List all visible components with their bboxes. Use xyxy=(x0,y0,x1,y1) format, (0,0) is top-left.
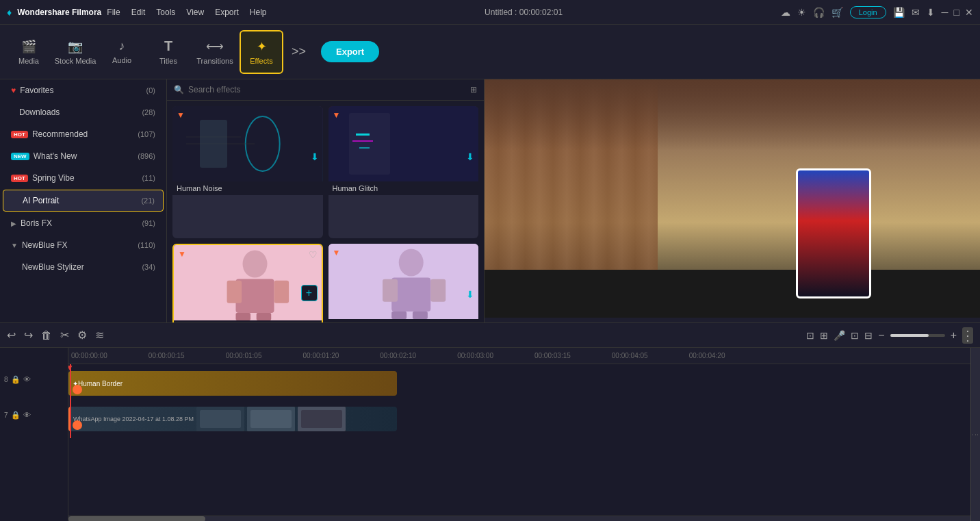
ruler-mark-6: 00:00:03:15 xyxy=(534,352,571,359)
toolbar-audio[interactable]: ♪ Audio xyxy=(100,30,144,74)
track-7-label: 7 🔒 👁 xyxy=(0,400,68,430)
delete-button[interactable]: 🗑 xyxy=(41,329,52,342)
category-favorites[interactable]: ♥ Favorites (0) xyxy=(3,80,164,101)
arrow-icon: ▼ xyxy=(177,110,185,120)
menu-export[interactable]: Export xyxy=(215,8,239,17)
video-frames: WhatsApp Image 2022-04-17 at 1.08.28 PM xyxy=(70,407,397,431)
timeline-resize-handle[interactable]: ⋮ xyxy=(970,348,980,521)
track-7-lock-icon[interactable]: 🔒 xyxy=(11,411,21,420)
download-icon[interactable]: ⬇ xyxy=(311,151,319,162)
close-button[interactable]: ✕ xyxy=(965,7,973,18)
redo-button[interactable]: ↪ xyxy=(24,329,33,342)
arrow-icon: ▼ xyxy=(333,110,341,120)
scrollbar-thumb[interactable] xyxy=(68,516,205,521)
resize-icon: ⋮ xyxy=(972,431,979,438)
category-boris-fx-count: (91) xyxy=(142,219,155,227)
ripple-icon[interactable]: ⊡ xyxy=(806,330,814,341)
svg-rect-16 xyxy=(257,313,272,320)
category-ai-portrait[interactable]: AI Portrait (21) xyxy=(3,190,164,212)
split-icon[interactable]: ⊟ xyxy=(864,330,873,341)
waveform-button[interactable]: ≋ xyxy=(95,329,104,342)
zoom-in-button[interactable]: + xyxy=(951,329,957,342)
snap-icon[interactable]: ⊞ xyxy=(820,330,828,341)
timeline-toolbar: ↩ ↪ 🗑 ✂ ⚙ ≋ ⊡ ⊞ 🎤 ⊡ ⊟ − + ⋮ xyxy=(0,323,980,348)
add-effect-button[interactable]: + xyxy=(301,285,318,301)
more-tools-button[interactable]: >> xyxy=(286,45,311,59)
export-button[interactable]: Export xyxy=(321,41,379,62)
download-icon[interactable]: ⬇ xyxy=(466,151,474,162)
human-border-svg xyxy=(174,245,322,320)
video-clip[interactable]: WhatsApp Image 2022-04-17 at 1.08.28 PM xyxy=(68,407,397,431)
category-downloads[interactable]: Downloads (28) xyxy=(3,102,164,123)
cloud-icon[interactable]: ☁ xyxy=(781,7,790,18)
ruler-mark-5: 00:00:03:00 xyxy=(457,352,493,359)
cut-button[interactable]: ✂ xyxy=(60,329,69,342)
category-favorites-count: (0) xyxy=(146,86,155,94)
effect-human-noise[interactable]: ▼ ⬇ Human Noise xyxy=(172,106,323,238)
download-icon[interactable]: ⬇ xyxy=(466,289,474,300)
toolbar-titles[interactable]: T Titles xyxy=(146,30,190,74)
zoom-slider[interactable] xyxy=(890,334,945,337)
svg-rect-9 xyxy=(359,147,370,149)
category-newblue-stylizer-count: (34) xyxy=(142,263,155,271)
ruler-mark-4: 00:00:02:10 xyxy=(380,352,416,359)
svg-point-11 xyxy=(243,251,268,278)
video-frame-3 xyxy=(298,407,346,431)
minimize-button[interactable]: ─ xyxy=(942,7,949,18)
category-newblue-stylizer[interactable]: NewBlue Stylizer (34) xyxy=(3,257,164,277)
category-whats-new-label: What's New xyxy=(34,151,77,161)
download-icon[interactable]: ⬇ xyxy=(927,7,935,18)
category-downloads-label: Downloads xyxy=(19,107,60,117)
search-input[interactable] xyxy=(188,85,466,94)
category-recommended[interactable]: HOT Recommended (107) xyxy=(3,124,164,144)
menu-file[interactable]: File xyxy=(107,8,120,17)
adjust-button[interactable]: ⚙ xyxy=(77,329,87,342)
svg-rect-13 xyxy=(227,281,242,303)
heart-icon[interactable]: ♡ xyxy=(309,249,318,260)
cart-icon[interactable]: 🛒 xyxy=(831,7,843,18)
category-boris-fx[interactable]: ▶ Boris FX (91) xyxy=(3,213,164,233)
ruler-mark-0: 00:00:00:00 xyxy=(71,352,107,359)
track-8-eye-icon[interactable]: 👁 xyxy=(23,375,31,383)
menu-tools[interactable]: Tools xyxy=(156,8,175,17)
category-favorites-label: Favorites xyxy=(20,86,53,95)
curtain-top xyxy=(485,79,980,151)
menu-help[interactable]: Help xyxy=(250,8,267,17)
headset-icon[interactable]: 🎧 xyxy=(813,7,825,18)
category-spring-vibe-count: (11) xyxy=(142,174,155,182)
mail-icon[interactable]: ✉ xyxy=(912,7,920,18)
effect-human-glitch[interactable]: ▼ ⬇ Human Glitch xyxy=(328,106,479,238)
menu-view[interactable]: View xyxy=(186,8,204,17)
stock-label: Stock Media xyxy=(55,57,96,65)
track-8-content: ✦ Human Border xyxy=(68,370,970,397)
category-whats-new[interactable]: NEW What's New (896) xyxy=(3,146,164,166)
media-icon: 🎬 xyxy=(21,39,36,54)
search-icon: 🔍 xyxy=(174,85,184,94)
sun-icon[interactable]: ☀ xyxy=(797,7,806,18)
login-button[interactable]: Login xyxy=(850,6,886,18)
effect-clip[interactable]: ✦ Human Border xyxy=(68,371,397,396)
track-7-eye-icon[interactable]: 👁 xyxy=(23,411,31,419)
track-8-lock-icon[interactable]: 🔒 xyxy=(11,375,21,384)
menu-bar: File Edit Tools View Export Help xyxy=(107,8,266,17)
zoom-out-button[interactable]: − xyxy=(878,329,884,342)
category-newblue-fx[interactable]: ▼ NewBlue FX (110) xyxy=(3,235,164,255)
undo-button[interactable]: ↩ xyxy=(7,329,16,342)
horizontal-scrollbar[interactable] xyxy=(68,516,970,521)
menu-edit[interactable]: Edit xyxy=(131,8,146,17)
toolbar-transitions[interactable]: ⟷ Transitions xyxy=(193,30,237,74)
mic-icon[interactable]: 🎤 xyxy=(834,330,845,341)
toolbar-effects[interactable]: ✦ Effects xyxy=(240,30,283,74)
grid-view-icon[interactable]: ⊞ xyxy=(470,85,477,94)
playhead[interactable] xyxy=(70,364,71,438)
category-spring-vibe[interactable]: HOT Spring Vibe (11) xyxy=(3,168,164,188)
arrow-icon: ▼ xyxy=(178,249,186,259)
new-badge: NEW xyxy=(11,153,29,160)
handle-icon[interactable]: ⋮ xyxy=(962,327,973,344)
track-options-icon[interactable]: ⊡ xyxy=(851,330,859,341)
toolbar-stock-media[interactable]: 📷 Stock Media xyxy=(53,30,97,74)
maximize-button[interactable]: □ xyxy=(954,7,959,18)
save-icon[interactable]: 💾 xyxy=(893,7,905,18)
toolbar-media[interactable]: 🎬 Media xyxy=(7,30,51,74)
person-cutout xyxy=(796,168,871,298)
